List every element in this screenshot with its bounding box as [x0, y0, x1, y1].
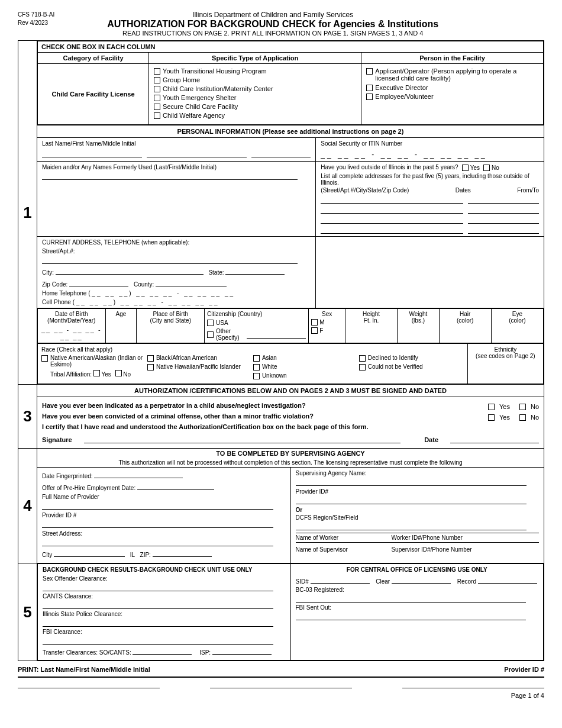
checkbox-yes-outside-il[interactable]	[462, 165, 469, 171]
col1-value: Child Care Facility License	[38, 64, 149, 125]
supervisor-id-label: Supervisor ID#/Phone Number	[391, 545, 539, 554]
main-title: AUTHORIZATION FOR BACKGROUND CHECK for A…	[54, 19, 491, 30]
outside-il-label: Have you lived outside of Illinois in th…	[321, 164, 458, 170]
checkbox-no-outside-il[interactable]	[483, 165, 490, 171]
checkbox-applicant-operator[interactable]	[366, 68, 373, 75]
section-1-number: 1	[18, 41, 37, 385]
list-addresses-label: List all complete addresses for the past…	[321, 173, 539, 186]
checkbox-q1-yes[interactable]	[488, 404, 495, 410]
checkbox-executive-director[interactable]	[366, 85, 373, 91]
ssn-label: Social Security or ITIN Number	[321, 140, 539, 147]
checkbox-q2-no[interactable]	[519, 414, 526, 421]
provider-id-footer: Provider ID #	[504, 666, 544, 673]
checkbox-native-hawaiian[interactable]	[147, 364, 154, 371]
checkbox-tribal-no[interactable]	[115, 370, 122, 376]
checkbox-child-welfare[interactable]	[154, 112, 160, 119]
checkbox-asian[interactable]	[253, 355, 260, 362]
name-of-worker-label: Name of Worker	[296, 533, 392, 543]
date-fingerprinted: Date Fingerprinted:	[42, 470, 286, 479]
hair-label: Hair(color)	[439, 309, 491, 343]
last-name-label: Last Name/First Name/Middle Initial	[42, 140, 311, 147]
col2-header: Specific Type of Application	[149, 53, 361, 64]
dcfs-region: DCFS Region/Site/Field	[296, 514, 540, 530]
il-police-clearance: Illinois State Police Clearance:	[43, 611, 286, 627]
checkbox-group-home[interactable]	[154, 77, 160, 83]
personal-info-label: PERSONAL INFORMATION (Please see additio…	[37, 125, 544, 138]
checkbox-youth-emergency[interactable]	[154, 95, 160, 101]
checkbox-female[interactable]	[311, 327, 318, 334]
cants-clearance: CANTS Clearance:	[43, 593, 286, 609]
sex-offender-clearance: Sex Offender Clearance:	[43, 575, 286, 591]
checkbox-native-american[interactable]	[41, 355, 48, 362]
check-one-box-label: CHECK ONE BOX IN EACH COLUMN	[38, 41, 544, 53]
question3: I certify that I have read and understoo…	[42, 423, 539, 430]
form-id: CFS 718-B-AI Rev 4/2023	[18, 11, 54, 27]
provider-id2-s4: Provider ID#	[296, 488, 540, 504]
signature-label: Signature	[42, 436, 72, 443]
eye-label: Eye(color)	[491, 309, 543, 343]
footer-line-3	[402, 680, 544, 688]
transfer-clearances: Transfer Clearances: SO/CANTS: ISP:	[43, 646, 286, 656]
checkbox-black-african[interactable]	[147, 355, 154, 362]
place-birth-label: Place of Birth(City and State)	[137, 309, 205, 343]
height-label: HeightFt. In.	[345, 309, 398, 343]
checkbox-male[interactable]	[311, 319, 318, 326]
dob-label: Date of Birth(Month/Date/Year) __ __ - _…	[38, 309, 106, 343]
section-3-number: 3	[18, 385, 37, 449]
race-section: Race (Check all that apply) Native Ameri…	[38, 344, 468, 384]
citizenship-label: Citizenship (Country) USA Other (Specify…	[205, 309, 309, 343]
supervising-agency: Supervising Agency Name:	[296, 470, 540, 486]
checkbox-other-citizenship[interactable]	[207, 331, 214, 338]
col2-options: Youth Transitional Housing Program Group…	[149, 64, 361, 125]
signature-field[interactable]	[84, 435, 400, 443]
page-number: Page 1 of 4	[18, 692, 544, 699]
instructions: READ INSTRUCTIONS ON PAGE 2. PRINT ALL I…	[54, 30, 491, 37]
checkbox-youth-housing[interactable]	[154, 68, 160, 75]
checkbox-unknown[interactable]	[253, 373, 260, 379]
ethnicity-label: Ethnicity(see codes on Page 2)	[467, 344, 543, 384]
col3-options: Applicant/Operator (Person applying to o…	[361, 64, 544, 125]
age-label: Age	[105, 309, 137, 343]
checkbox-q1-no[interactable]	[519, 404, 526, 410]
sid-s5: SID# Clear Record	[296, 575, 539, 585]
ssn-field[interactable]: __ __ __ - __ __ - __ __ __ __	[321, 150, 539, 159]
print-label: PRINT: Last Name/First Name/Middle Initi…	[18, 666, 150, 673]
question1: Have you ever been indicated as a perpet…	[42, 402, 306, 409]
offer-prehire: Offer of Pre-Hire Employment Date:	[42, 482, 286, 491]
agency-subtext: This authorization will not be processed…	[37, 458, 544, 468]
weight-label: Weight(lbs.)	[398, 309, 440, 343]
current-address-label: CURRENT ADDRESS, TELEPHONE (when applica…	[42, 239, 311, 246]
section-4-number: 4	[18, 449, 37, 563]
col1-header: Category of Facility	[38, 53, 149, 64]
bg-check-label: BACKGROUND CHECK RESULTS-BACKGROUND CHEC…	[43, 566, 286, 573]
col3-header: Person in the Facility	[361, 53, 544, 64]
checkbox-tribal-yes[interactable]	[93, 370, 100, 376]
fbi-sent-s5: FBI Sent Out:	[296, 604, 539, 620]
footer-line-2	[210, 680, 352, 688]
bc03-s5: BC-03 Registered:	[296, 587, 539, 603]
checkbox-declined[interactable]	[359, 355, 366, 362]
or-label: Or	[296, 507, 540, 513]
section-5-number: 5	[18, 563, 37, 661]
footer-line-1	[18, 680, 160, 688]
checkbox-usa[interactable]	[207, 320, 214, 326]
fbi-clearance: FBI Clearance:	[43, 629, 286, 645]
date-field-s3[interactable]	[450, 435, 539, 443]
agency-name: Illinois Department of Children and Fami…	[54, 11, 491, 19]
central-office-label: FOR CENTRAL OFFICE OF LICENSING USE ONLY	[296, 566, 539, 573]
full-name-provider: Full Name of Provider	[42, 494, 286, 510]
checkbox-could-not-verify[interactable]	[359, 364, 366, 371]
checkbox-child-care-institution[interactable]	[154, 86, 160, 92]
name-supervisor-label: Name of Supervisor	[296, 545, 392, 554]
worker-id-label: Worker ID#/Phone Number	[391, 533, 539, 543]
checkbox-employee-volunteer[interactable]	[366, 94, 373, 100]
checkbox-q2-yes[interactable]	[488, 414, 495, 421]
checkbox-secure-child-care[interactable]	[154, 104, 160, 110]
city-il-zip-s4: City IL ZIP:	[42, 549, 286, 558]
checkbox-white[interactable]	[253, 364, 260, 371]
sex-label: Sex M F	[309, 309, 345, 343]
auth-certifications-label: AUTHORIZATION /CERTIFICATIONS BELOW AND …	[37, 385, 544, 397]
provider-id-s4: Provider ID #	[42, 512, 286, 528]
agency-label: TO BE COMPLETED BY SUPERVISING AGENCY	[37, 449, 544, 458]
date-label-s3: Date	[424, 436, 438, 443]
